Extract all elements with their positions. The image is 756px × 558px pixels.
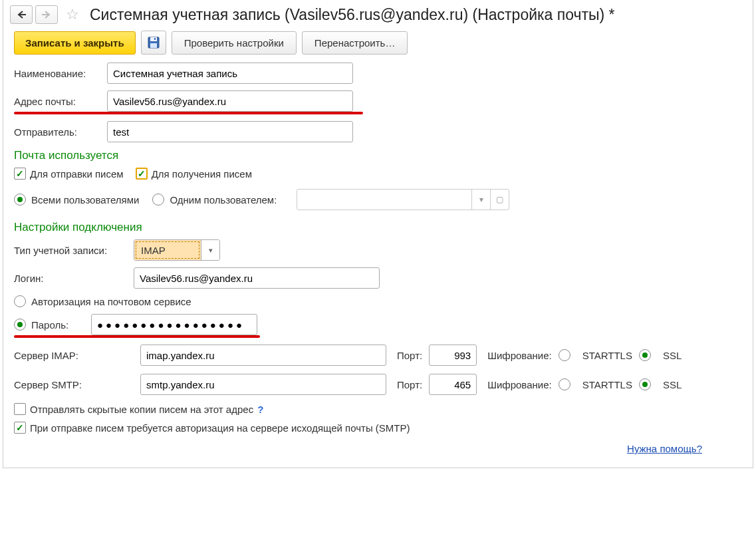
all-users-radio[interactable] (14, 194, 26, 206)
svg-rect-4 (150, 43, 157, 48)
save-button[interactable] (141, 31, 166, 55)
login-label: Логин: (14, 273, 134, 284)
smtp-server-input[interactable] (140, 374, 386, 395)
sender-label: Отправитель: (14, 126, 107, 138)
smtp-starttls-label: STARTTLS (582, 379, 632, 390)
login-input[interactable] (134, 267, 380, 289)
one-user-radio[interactable] (152, 194, 164, 206)
smtp-ssl-radio[interactable] (639, 378, 651, 390)
smtp-port-input[interactable] (429, 374, 477, 395)
name-input[interactable] (107, 63, 353, 84)
auth-service-radio[interactable] (14, 295, 26, 307)
open-icon: ▢ (490, 190, 509, 209)
page-title: Системная учетная запись (Vasilev56.rus@… (90, 6, 615, 24)
help-link[interactable]: Нужна помощь? (627, 443, 702, 454)
nav-back-button[interactable] (10, 5, 33, 24)
sender-input[interactable] (107, 121, 353, 142)
floppy-icon (148, 37, 160, 49)
send-checkbox-label: Для отправки писем (30, 168, 124, 180)
smtp-starttls-radio[interactable] (559, 378, 570, 390)
account-type-label: Тип учетной записи: (14, 245, 134, 256)
password-highlight-underline (14, 335, 260, 338)
imap-encryption-label: Шифрование: (487, 350, 551, 361)
smtp-server-label: Сервер SMTP: (14, 379, 134, 390)
imap-starttls-radio[interactable] (559, 349, 570, 361)
settings-window: ☆ Системная учетная запись (Vasilev56.ru… (3, 0, 753, 468)
usage-section-header: Почта используется (14, 149, 742, 162)
email-highlight-underline (14, 112, 363, 114)
smtp-auth-checkbox[interactable] (14, 422, 26, 434)
imap-port-input[interactable] (429, 345, 477, 366)
password-input[interactable] (91, 314, 257, 335)
account-type-value: IMAP (134, 240, 201, 260)
receive-checkbox[interactable] (136, 168, 148, 180)
favorite-star-icon[interactable]: ☆ (63, 5, 82, 24)
imap-port-label: Порт: (397, 350, 422, 361)
chevron-down-icon[interactable]: ▾ (201, 240, 219, 260)
form-area: Наименование: Адрес почты: Отправитель: … (3, 63, 753, 454)
imap-starttls-label: STARTTLS (582, 350, 632, 361)
email-label: Адрес почты: (14, 96, 107, 107)
one-user-label: Одним пользователем: (170, 194, 277, 206)
password-label: Пароль: (31, 319, 68, 331)
user-select[interactable]: ▾ ▢ (297, 189, 509, 210)
imap-ssl-radio[interactable] (639, 349, 651, 361)
nav-forward-button[interactable] (35, 5, 58, 24)
name-label: Наименование: (14, 68, 107, 79)
receive-checkbox-label: Для получения писем (152, 168, 252, 180)
smtp-encryption-label: Шифрование: (487, 379, 551, 390)
reconfigure-button[interactable]: Перенастроить… (302, 31, 408, 55)
help-icon[interactable]: ? (257, 404, 263, 415)
svg-rect-5 (154, 38, 156, 40)
chevron-down-icon: ▾ (471, 190, 490, 209)
bcc-checkbox[interactable] (14, 403, 26, 415)
save-and-close-button[interactable]: Записать и закрыть (14, 31, 136, 55)
svg-rect-3 (150, 37, 157, 41)
email-input[interactable] (107, 90, 353, 112)
auth-service-label: Авторизация на почтовом сервисе (31, 296, 191, 307)
check-settings-button[interactable]: Проверить настройки (172, 31, 297, 55)
titlebar: ☆ Системная учетная запись (Vasilev56.ru… (3, 0, 753, 28)
send-checkbox[interactable] (14, 168, 26, 180)
connection-section-header: Настройки подключения (14, 221, 742, 234)
smtp-auth-label: При отправке писем требуется авторизация… (30, 422, 410, 434)
imap-server-label: Сервер IMAP: (14, 350, 134, 361)
account-type-select[interactable]: IMAP ▾ (134, 239, 220, 261)
smtp-port-label: Порт: (397, 379, 422, 390)
toolbar: Записать и закрыть Проверить настройки П… (3, 28, 753, 63)
smtp-ssl-label: SSL (663, 379, 682, 390)
imap-ssl-label: SSL (663, 350, 682, 361)
password-radio[interactable] (14, 319, 26, 331)
bcc-label: Отправлять скрытые копии писем на этот а… (30, 404, 253, 415)
all-users-label: Всеми пользователями (31, 194, 139, 206)
imap-server-input[interactable] (140, 345, 386, 366)
